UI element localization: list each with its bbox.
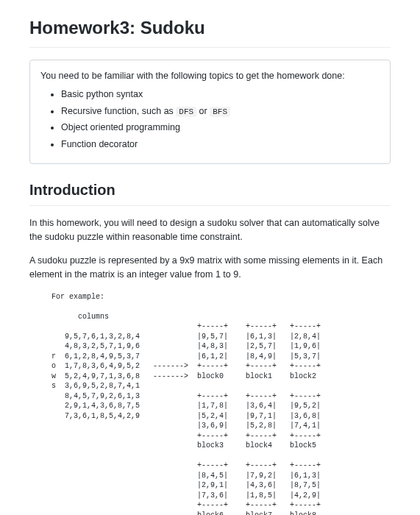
prereq-item: Recursive function, such as DFS or BFS [61,104,380,118]
section-heading-introduction: Introduction [29,179,391,206]
intro-paragraph-2: A sudoku puzzle is represented by a 9x9 … [29,254,391,282]
code-dfs: DFS [176,107,196,117]
prerequisites-list: Basic python syntax Recursive function, … [40,88,380,152]
code-bfs: BFS [210,107,230,117]
prerequisites-intro: You need to be familiar with the followi… [40,69,380,83]
sudoku-example-code: For example: columns +-----+ +-----+ +--… [29,292,391,515]
prereq-text: Recursive function, such as [61,106,176,116]
prerequisites-box: You need to be familiar with the followi… [29,60,391,164]
intro-paragraph-1: In this homework, you will need to desig… [29,216,391,244]
page-title: Homework3: Sudoku [29,15,391,48]
prereq-item: Object oriented programming [61,121,380,135]
prereq-text: or [196,106,210,116]
prereq-item: Function decorator [61,138,380,152]
prereq-item: Basic python syntax [61,88,380,102]
